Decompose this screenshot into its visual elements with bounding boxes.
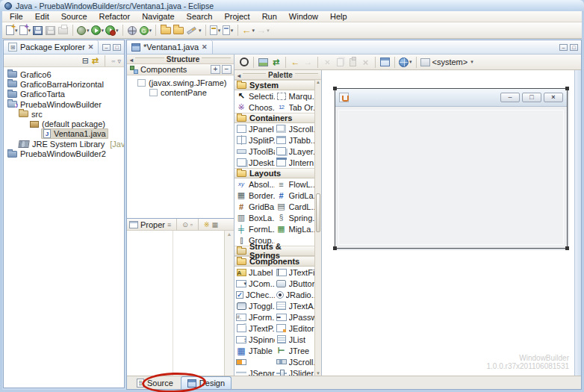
preview-window-button[interactable]: [379, 55, 391, 69]
save-button[interactable]: [31, 23, 44, 37]
menu-window[interactable]: Window: [283, 11, 324, 22]
scrollbar-track[interactable]: [315, 84, 321, 371]
tree-item-default-package[interactable]: (default package): [4, 119, 124, 128]
copy-button[interactable]: [334, 55, 347, 69]
palette-item-jpasswordfield[interactable]: JPassw...: [275, 312, 315, 322]
minimize-editor-button[interactable]: [559, 44, 568, 51]
tree-item-ventana1-java[interactable]: Ventana1.java: [4, 129, 124, 139]
palette-item-tab-order[interactable]: Tab Or...: [275, 102, 315, 112]
structure-header[interactable]: Structure: [127, 55, 234, 64]
print-button[interactable]: [57, 23, 69, 37]
palette-item-jtoolbar[interactable]: JToolBar: [234, 146, 275, 156]
palette-item-marquee[interactable]: Marqu...: [275, 91, 315, 101]
palette-item-jscrollbar[interactable]: JScroll...: [275, 357, 315, 367]
tree-item-contentpane[interactable]: contentPane: [130, 87, 234, 97]
palette-item-jlabel[interactable]: JLabel: [234, 267, 275, 277]
look-and-feel-select[interactable]: <system>▾: [420, 55, 474, 69]
palette-item-jscrollpane[interactable]: JScroll...: [275, 124, 315, 134]
palette-item-jtogglebutton[interactable]: JToggl...: [234, 301, 275, 311]
previous-annotation-button[interactable]: ▾: [209, 23, 222, 37]
debug-button[interactable]: ▾: [76, 23, 90, 37]
menu-search[interactable]: Search: [181, 11, 219, 22]
menu-run[interactable]: Run: [256, 11, 283, 22]
palette-item-jtree[interactable]: JTree: [275, 346, 315, 355]
scrollbar-thumb[interactable]: [316, 193, 320, 232]
format-button[interactable]: ▾: [184, 23, 202, 37]
package-explorer-tab[interactable]: Package Explorer ✕: [4, 40, 99, 54]
resize-handle[interactable]: [333, 87, 337, 90]
palette-item-selection[interactable]: Selecti...: [234, 91, 275, 101]
palette-item-jeditorpane[interactable]: JEditor...: [275, 323, 315, 333]
save-all-button[interactable]: [44, 23, 57, 37]
next-annotation-button[interactable]: ▾: [222, 23, 234, 37]
palette-category-layouts[interactable]: Layouts: [234, 168, 314, 178]
palette-item-flow-layout[interactable]: FlowL...: [275, 179, 315, 189]
close-icon[interactable]: ✕: [88, 43, 94, 51]
test-button[interactable]: [237, 55, 250, 69]
open-folder-2-button[interactable]: [172, 23, 184, 37]
restore-defaults-icon[interactable]: ▦: [212, 221, 219, 228]
coverage-button[interactable]: ▾: [139, 23, 153, 37]
tree-item-jframe[interactable]: (javax.swing.JFrame): [130, 78, 234, 87]
palette-item-jtextpane[interactable]: JTextP...: [234, 323, 275, 333]
delete-button[interactable]: [359, 55, 372, 69]
menu-project[interactable]: Project: [218, 11, 255, 22]
palette-item-choose-component[interactable]: Choos...: [234, 102, 275, 112]
new-wizard-button[interactable]: ▾: [19, 23, 32, 37]
palette-item-jcheckbox[interactable]: JChec...: [234, 290, 275, 299]
run-last-button[interactable]: ▾: [105, 23, 119, 37]
back-button[interactable]: ▾: [241, 23, 256, 37]
design-back-button[interactable]: [289, 55, 302, 69]
new-button[interactable]: ▾: [5, 23, 19, 37]
open-folder-button[interactable]: [159, 23, 172, 37]
palette-category-system[interactable]: System: [234, 80, 314, 90]
jframe-contentpane[interactable]: [338, 110, 564, 245]
tree-item-src[interactable]: src: [4, 109, 124, 119]
palette-item-box-layout[interactable]: BoxLa...: [234, 213, 275, 223]
collapse-all-button[interactable]: [222, 65, 232, 74]
palette-item-jradiobutton[interactable]: JRadio...: [275, 290, 315, 299]
sort-icon[interactable]: ≡: [167, 221, 171, 228]
palette-item-absolute-layout[interactable]: Absol...: [234, 179, 275, 189]
defaults-icon[interactable]: ▫: [190, 221, 193, 228]
palette-item-jdesktoppane[interactable]: JDeskt...: [234, 158, 275, 167]
tab-design[interactable]: Design: [181, 376, 232, 389]
editor-tab-ventana1[interactable]: *Ventana1.java ✕: [127, 40, 213, 54]
close-icon[interactable]: ✕: [202, 43, 208, 51]
menu-edit[interactable]: Edit: [29, 11, 55, 22]
locale-button[interactable]: ▾: [398, 55, 413, 69]
window-titlebar[interactable]: Java - PruebaWindowBuilder/src/Ventana1.…: [0, 0, 584, 11]
menu-source[interactable]: Source: [55, 11, 93, 22]
resize-handle[interactable]: [565, 87, 569, 90]
palette-item-spring-layout[interactable]: Spring...: [275, 213, 315, 223]
expand-all-button[interactable]: [211, 65, 220, 74]
tree-item-graficobarrahorizontal[interactable]: GraficoBarraHorizontal: [4, 79, 124, 89]
menu-help[interactable]: Help: [324, 11, 353, 22]
resize-handle[interactable]: [333, 246, 337, 250]
tree-item-pruebawindowbuilder[interactable]: PruebaWindowBuilder: [4, 99, 124, 109]
design-canvas[interactable]: WindowBuilder 1.0.0.r37x201106081531: [322, 70, 581, 376]
properties-scrollbar[interactable]: [224, 231, 234, 376]
palette-item-jsplitpane[interactable]: JSplitP...: [234, 135, 275, 145]
palette-item-jlist[interactable]: JList: [275, 335, 315, 344]
tree-item-jre-system-library[interactable]: JRE System Library[JavaSE-1.6]: [4, 139, 124, 149]
collapse-flyout-icon[interactable]: [237, 71, 240, 79]
view-menu-icon[interactable]: [117, 56, 121, 65]
forward-button[interactable]: ▾: [255, 23, 270, 37]
palette-item-jtextarea[interactable]: JTextA...: [275, 301, 315, 311]
palette-scrollbar[interactable]: [314, 80, 321, 376]
minimize-view-button[interactable]: [102, 44, 111, 51]
menu-navigate[interactable]: Navigate: [136, 11, 180, 22]
run-button[interactable]: ▾: [90, 23, 105, 37]
palette-item-form-layout[interactable]: FormL...: [234, 224, 275, 234]
collapse-all-icon[interactable]: [82, 56, 89, 66]
palette-category-struts-springs[interactable]: Struts & Springs: [234, 246, 314, 256]
palette-header[interactable]: Palette: [234, 70, 321, 80]
resize-handle[interactable]: [565, 246, 569, 250]
design-forward-button[interactable]: [302, 55, 314, 69]
goto-source-icon[interactable]: ※: [204, 221, 210, 228]
palette-item-jpanel[interactable]: JPanel: [234, 124, 275, 134]
palette-item-card-layout[interactable]: CardL...: [275, 202, 315, 211]
tab-source[interactable]: Source: [131, 376, 179, 389]
palette-item-jtabbedpane[interactable]: JTabb...: [275, 135, 315, 145]
